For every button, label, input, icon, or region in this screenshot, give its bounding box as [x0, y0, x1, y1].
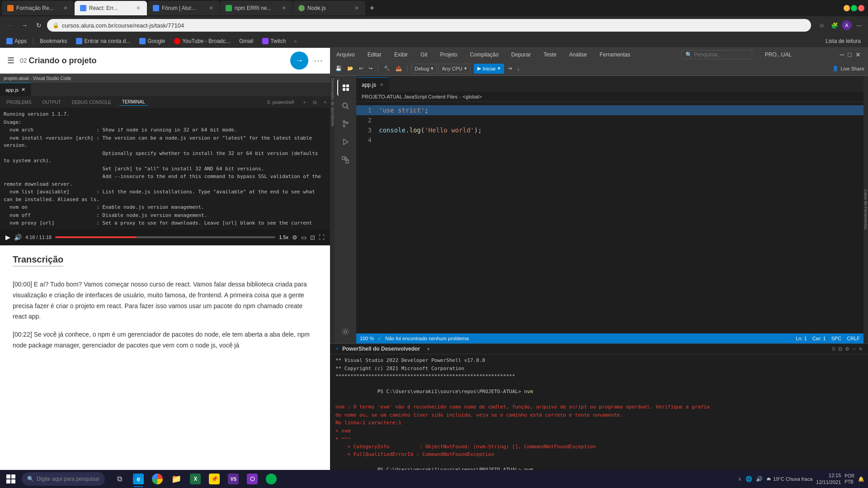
ps-minimize-icon[interactable]: ─ [852, 346, 856, 352]
taskbar-green-app[interactable] [262, 470, 280, 488]
progress-bar[interactable] [55, 236, 275, 238]
terminal-ctrl-2[interactable]: ⊟ [313, 100, 316, 105]
theater-icon[interactable]: ▭ [301, 234, 307, 241]
reload-button[interactable]: ↻ [33, 19, 45, 32]
bookmark-bookmarks[interactable]: Bookmarks [37, 37, 70, 45]
tb-debug-dropdown[interactable]: Debug ▾ [411, 64, 437, 74]
taskbar-purple-app[interactable]: ⬡ [243, 470, 261, 488]
menu-depurar[interactable]: Depurar [509, 51, 533, 59]
caixa-ferramentas-label[interactable]: Caixa de Ferramentas [863, 188, 868, 231]
vsc-maximize-icon[interactable]: □ [848, 51, 852, 58]
tab-1-close[interactable]: ✕ [62, 4, 69, 12]
notification-icon[interactable]: 🔔 [858, 476, 864, 482]
fullscreen-icon[interactable]: ⛶ [319, 234, 325, 241]
speed-button[interactable]: 1.5x [279, 235, 288, 240]
tab-1[interactable]: Formação Re... ✕ [2, 1, 74, 15]
term-tab-problems[interactable]: PROBLEMS [4, 99, 34, 106]
taskbar-excel[interactable]: X [186, 470, 204, 488]
tab-4[interactable]: npm ERRi ne... ✕ [220, 1, 292, 15]
ps-clear-icon[interactable]: ⊟ [838, 346, 842, 352]
tb-platform-dropdown[interactable]: Any CPU ▾ [439, 64, 470, 74]
ps-add-icon[interactable]: + [335, 346, 339, 352]
menu-editar[interactable]: Editar [365, 51, 384, 59]
volume-button[interactable]: 🔊 [14, 234, 22, 241]
taskbar-vs[interactable]: VS [224, 470, 242, 488]
window-maximize[interactable] [851, 5, 857, 11]
tb-publish-icon[interactable]: 📤 [394, 64, 404, 74]
editor-tab-appjs[interactable]: app.js ✕ [356, 77, 389, 92]
tab-3-close[interactable]: ✕ [208, 4, 214, 12]
tab-3[interactable]: Fórum | Alur... ✕ [147, 1, 220, 15]
taskbar-task-view[interactable]: ⧉ [110, 470, 128, 488]
ps-copy-icon[interactable]: ⎘ [832, 346, 835, 352]
activity-explorer-icon[interactable] [337, 80, 354, 96]
course-menu-icon[interactable]: ⋯ [314, 55, 323, 66]
tab-4-close[interactable]: ✕ [281, 4, 287, 12]
vscode-search-box[interactable]: 🔍 [681, 50, 752, 59]
taskbar-sticky[interactable]: 📌 [205, 470, 223, 488]
tb-redo-icon[interactable]: ↪ [367, 64, 374, 74]
activity-search-icon[interactable] [337, 98, 354, 114]
menu-compilacao[interactable]: Compilação [467, 51, 501, 59]
bookmark-more-icon[interactable]: » [294, 38, 297, 44]
tb-step-in-icon[interactable]: ↓ [515, 64, 522, 74]
bookmark-google[interactable]: Google [137, 37, 168, 45]
tab-2[interactable]: React: Err... ✕ [75, 1, 147, 15]
activity-settings-icon[interactable] [337, 324, 354, 340]
reading-list-button[interactable]: Lista de leitura [822, 38, 864, 44]
vscode-search-input[interactable] [694, 52, 748, 58]
menu-projeto[interactable]: Projeto [437, 51, 460, 59]
miniplayer-icon[interactable]: ⊡ [310, 234, 315, 241]
taskbar-edge[interactable]: e [129, 470, 147, 488]
ps-settings-icon[interactable]: ⚙ [845, 346, 849, 352]
term-tab-debug[interactable]: DEBUG CONSOLE [69, 99, 114, 106]
activity-extensions-icon[interactable] [337, 152, 354, 168]
tab-5-close[interactable]: ✕ [354, 4, 360, 12]
activity-git-icon[interactable] [337, 116, 354, 132]
bookmark-apps[interactable]: Apps [4, 37, 29, 45]
next-lesson-button[interactable]: → [290, 52, 308, 70]
vsc-close-icon[interactable]: ✕ [855, 51, 861, 58]
hamburger-icon[interactable]: ☰ [7, 56, 14, 66]
activity-debug-icon[interactable] [337, 134, 354, 150]
tab-2-close[interactable]: ✕ [135, 4, 142, 12]
ps-dropdown-icon[interactable]: ▾ [427, 347, 429, 352]
bookmark-gmail[interactable]: Gmail [236, 37, 256, 45]
vsc-minimize-icon[interactable]: ─ [840, 51, 844, 58]
menu-teste[interactable]: Teste [541, 51, 559, 59]
tb-undo-icon[interactable]: ↩ [357, 64, 365, 74]
tb-step-over-icon[interactable]: ⇥ [506, 64, 514, 74]
tb-build-icon[interactable]: 🔨 [382, 64, 392, 74]
editor-tab-close-icon[interactable]: ✕ [380, 82, 383, 87]
bookmark-star-icon[interactable]: ☆ [816, 20, 827, 31]
liveshare-button[interactable]: 👤 Live Share [832, 66, 864, 71]
menu-git[interactable]: Git [418, 51, 430, 59]
tb-save-icon[interactable]: 💾 [334, 64, 344, 74]
bookmark-conta[interactable]: Entrar na conta d... [73, 37, 133, 45]
taskbar-show-hidden-icon[interactable]: ∧ [738, 476, 742, 482]
menu-analise[interactable]: Análise [566, 51, 590, 59]
ps-close-panel-icon[interactable]: ✕ [859, 346, 863, 352]
settings-icon[interactable]: ⋯ [854, 20, 864, 31]
new-tab-button[interactable]: + [366, 2, 378, 14]
bookmark-youtube[interactable]: YouTube - Broadc... [171, 37, 233, 45]
settings-video-icon[interactable]: ⚙ [292, 234, 297, 241]
term-tab-output[interactable]: OUTPUT [40, 99, 64, 106]
window-close[interactable] [858, 5, 864, 11]
bookmark-twitch[interactable]: Twitch [259, 37, 288, 45]
menu-arquivo[interactable]: Arquivo [334, 51, 358, 59]
terminal-ctrl-1[interactable]: + [303, 100, 306, 105]
tb-open-icon[interactable]: 📂 [345, 64, 355, 74]
start-button[interactable] [4, 472, 18, 486]
window-minimize[interactable] [844, 5, 850, 11]
term-tab-terminal[interactable]: TERMINAL [119, 99, 148, 106]
taskbar-volume-icon[interactable]: 🔊 [756, 476, 763, 482]
taskbar-explorer[interactable]: 📁 [167, 470, 185, 488]
back-button[interactable]: ← [4, 19, 16, 32]
address-bar[interactable]: 🔒 cursos.alura.com.br/course/react-js/ta… [47, 19, 811, 32]
tb-start-button[interactable]: ▶ Iniciar ▾ [474, 64, 504, 74]
profile-icon[interactable]: A [842, 20, 852, 30]
play-button[interactable]: ▶ [5, 234, 10, 241]
menu-ferramentas[interactable]: Ferramentas [597, 51, 633, 59]
forward-button[interactable]: → [18, 19, 31, 32]
